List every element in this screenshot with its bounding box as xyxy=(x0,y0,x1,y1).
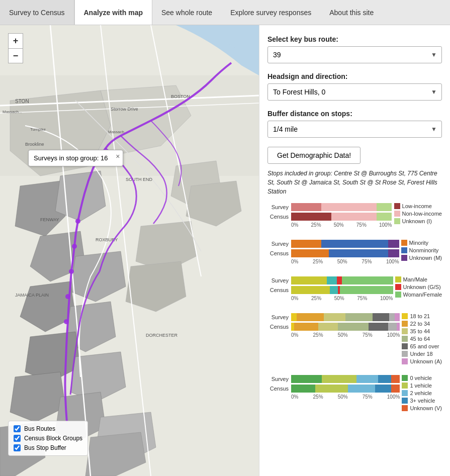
income-legend: Low-income Non-low-income Unknown (I) xyxy=(394,203,442,226)
legend-bus-stop-buffer[interactable]: Bus Stop Buffer xyxy=(14,444,82,451)
get-demographic-data-button[interactable]: Get Demographic Data! xyxy=(267,147,361,164)
age-35-44-swatch xyxy=(402,328,408,334)
minority-label: Minority xyxy=(409,240,429,246)
nav-see-whole-route[interactable]: See whole route xyxy=(152,0,221,25)
age-survey-bar xyxy=(291,313,400,321)
low-income-label: Low-income xyxy=(402,203,432,209)
headsign-select[interactable]: To Forest Hills, 0 To Back Bay, 1 xyxy=(267,83,442,101)
1-vehicle-swatch xyxy=(402,383,408,389)
map-legend: Bus Routes Census Block Groups Bus Stop … xyxy=(8,421,88,456)
nav-explore-survey[interactable]: Explore survey responses xyxy=(221,0,320,25)
legend-census-block-groups[interactable]: Census Block Groups xyxy=(14,435,82,442)
gender-survey-bar xyxy=(291,276,393,284)
minority-chart-section: Survey Census xyxy=(267,240,442,267)
age-chart-row: Survey Census xyxy=(267,313,442,366)
right-panel: Select key bus route: 39 1 28 ▼ Headsign… xyxy=(259,25,450,476)
bus-stop-buffer-checkbox[interactable] xyxy=(14,444,21,451)
1-vehicle-label: 1 vehicle xyxy=(410,383,431,389)
nav-about[interactable]: About this site xyxy=(320,0,383,25)
vehicle-census-label: Census xyxy=(267,386,289,392)
route-select[interactable]: 39 1 28 xyxy=(267,46,442,63)
age-under-18-label: Under 18 xyxy=(410,351,432,357)
legend-under-18: Under 18 xyxy=(402,351,442,357)
man-swatch xyxy=(395,276,401,282)
svg-text:Brookline: Brookline xyxy=(25,142,44,147)
income-census-label: Census xyxy=(267,214,289,220)
age-65-over-label: 65 and over xyxy=(410,343,439,349)
vehicle-xaxis: 0%25%50%75%100% xyxy=(291,394,400,400)
main-content: STON Massach... Turnpike Storrow Drive B… xyxy=(0,25,450,476)
age-xaxis: 0%25%50%75%100% xyxy=(291,332,400,338)
age-survey-row: Survey xyxy=(267,313,400,321)
legend-unknown-gs: Unknown (G/S) xyxy=(395,284,442,290)
zoom-in-button[interactable]: + xyxy=(8,33,23,48)
popup-text: Surveys in stop group: 16 xyxy=(34,154,108,162)
age-census-bar xyxy=(291,323,400,331)
2-vehicle-label: 2 vehicle xyxy=(410,390,431,396)
legend-buffer-label: Bus Stop Buffer xyxy=(24,444,66,451)
legend-unknown-a: Unknown (A) xyxy=(402,358,442,364)
legend-45-64: 45 to 64 xyxy=(402,336,442,342)
income-census-bar xyxy=(291,213,392,221)
woman-swatch xyxy=(395,292,401,298)
legend-low-income: Low-income xyxy=(394,203,442,209)
3plus-vehicle-swatch xyxy=(402,398,408,404)
vehicle-census-row: Census xyxy=(267,385,400,393)
zoom-out-button[interactable]: − xyxy=(8,48,23,63)
unknown-a-swatch xyxy=(402,358,408,364)
map-popup: Surveys in stop group: 16 × xyxy=(28,150,123,166)
minority-bars: Survey Census xyxy=(267,240,399,267)
unknown-v-swatch xyxy=(402,405,408,411)
nav-analyze-with-map[interactable]: Analyze with map xyxy=(74,0,152,25)
income-xaxis: 0%25%50%75%100% xyxy=(291,222,392,228)
nonminority-swatch xyxy=(401,247,407,253)
legend-unknown-m: Unknown (M) xyxy=(401,255,442,261)
svg-text:Storrow Drive: Storrow Drive xyxy=(111,107,138,112)
unknown-m-swatch xyxy=(401,255,407,261)
unknown-gs-label: Unknown (G/S) xyxy=(403,284,441,290)
map-area[interactable]: STON Massach... Turnpike Storrow Drive B… xyxy=(0,25,259,476)
legend-unknown-v: Unknown (V) xyxy=(402,405,442,411)
legend-bus-routes[interactable]: Bus Routes xyxy=(14,425,82,432)
gender-legend: Man/Male Unknown (G/S) Woman/Female xyxy=(395,276,442,299)
age-35-44-label: 35 to 44 xyxy=(410,328,430,334)
legend-bus-routes-label: Bus Routes xyxy=(24,425,55,432)
svg-point-24 xyxy=(64,319,69,324)
nav-survey-to-census[interactable]: Survey to Census xyxy=(0,0,74,25)
minority-census-label: Census xyxy=(267,250,289,256)
buffer-label: Buffer distance on stops: xyxy=(267,110,442,118)
age-census-label: Census xyxy=(267,324,289,330)
popup-close-button[interactable]: × xyxy=(116,152,120,160)
unknown-m-label: Unknown (M) xyxy=(409,255,442,261)
navigation: Survey to Census Analyze with map See wh… xyxy=(0,0,450,25)
income-bars: Survey Census xyxy=(267,203,392,231)
legend-minority: Minority xyxy=(401,240,442,246)
svg-point-23 xyxy=(65,294,70,299)
vehicle-survey-label: Survey xyxy=(267,376,289,382)
woman-label: Woman/Female xyxy=(403,292,442,298)
legend-woman: Woman/Female xyxy=(395,292,442,298)
census-block-groups-checkbox[interactable] xyxy=(14,435,21,442)
gender-chart-row: Survey Census xyxy=(267,276,442,304)
age-18-21-label: 18 to 21 xyxy=(410,313,430,319)
income-chart-row: Survey Census xyxy=(267,203,442,231)
legend-man: Man/Male xyxy=(395,276,442,282)
age-22-34-swatch xyxy=(402,321,408,327)
route-select-wrapper: 39 1 28 ▼ xyxy=(267,46,442,63)
gender-survey-label: Survey xyxy=(267,277,289,283)
headsign-label: Headsign and direction: xyxy=(267,72,442,80)
legend-census-label: Census Block Groups xyxy=(24,435,82,442)
age-45-64-swatch xyxy=(402,336,408,342)
svg-point-21 xyxy=(72,244,77,249)
buffer-select[interactable]: 1/4 mile 1/2 mile 1 mile xyxy=(267,121,442,138)
bus-routes-checkbox[interactable] xyxy=(14,425,21,432)
gender-bars: Survey Census xyxy=(267,276,393,304)
gender-survey-row: Survey xyxy=(267,276,393,284)
unknown-v-label: Unknown (V) xyxy=(410,405,442,411)
unknown-i-label: Unknown (I) xyxy=(402,218,432,224)
age-18-21-swatch xyxy=(402,313,408,319)
age-45-64-label: 45 to 64 xyxy=(410,336,430,342)
svg-text:Massach...: Massach... xyxy=(3,110,22,114)
legend-unknown-i: Unknown (I) xyxy=(394,218,442,224)
legend-1-vehicle: 1 vehicle xyxy=(402,383,442,389)
